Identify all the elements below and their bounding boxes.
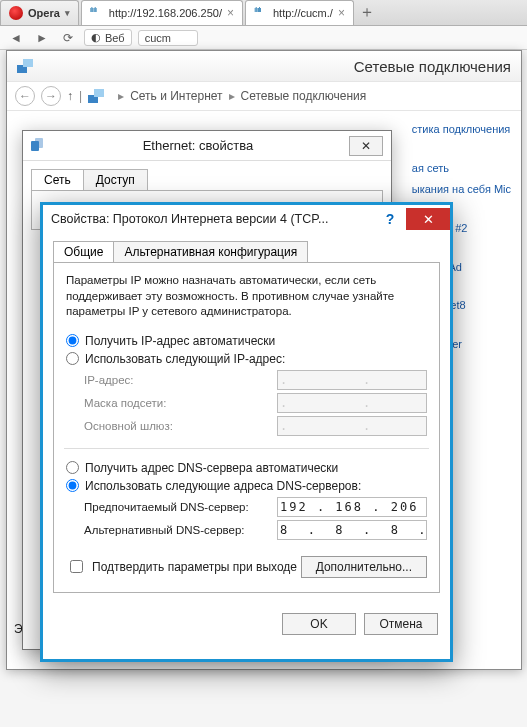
- dialog-buttons: OK Отмена: [43, 603, 450, 645]
- titlebar: Свойства: Протокол Интернета версии 4 (T…: [43, 205, 450, 233]
- web-search-label: Веб: [105, 32, 125, 44]
- separator: [64, 448, 429, 449]
- tab-opera[interactable]: Opera ▾: [0, 0, 79, 25]
- tab-network[interactable]: Сеть: [31, 169, 84, 190]
- tab-1[interactable]: http://192.168.206.250/ ×: [81, 0, 243, 25]
- network-icon: [17, 59, 33, 73]
- bottom-row: Подтвердить параметры при выходе Дополни…: [66, 556, 427, 578]
- ipv4-properties-dialog: Свойства: Протокол Интернета версии 4 (T…: [40, 202, 453, 662]
- tab-label: Opera: [28, 7, 60, 19]
- close-button[interactable]: ✕: [349, 136, 383, 156]
- globe-icon: ◐: [91, 31, 101, 44]
- tab-access[interactable]: Доступ: [83, 169, 148, 190]
- radio-dns-manual[interactable]: Использовать следующие адреса DNS-сервер…: [66, 479, 427, 493]
- titlebar: Ethernet: свойства ✕: [23, 131, 391, 161]
- field-label: IP-адрес:: [84, 374, 134, 386]
- subnet-mask-input: [277, 393, 427, 413]
- radio-input[interactable]: [66, 352, 79, 365]
- field-ip-address: IP-адрес:: [84, 370, 427, 390]
- radio-label: Использовать следующие адреса DNS-сервер…: [85, 479, 361, 493]
- ip-address-input: [277, 370, 427, 390]
- nav-back-button[interactable]: ←: [15, 86, 35, 106]
- ethernet-icon: [31, 138, 47, 154]
- cancel-button[interactable]: Отмена: [364, 613, 438, 635]
- browser-toolbar: ◄ ► ⟳ ◐ Веб cucm: [0, 26, 527, 50]
- field-label: Альтернативный DNS-сервер:: [84, 524, 245, 536]
- close-icon[interactable]: ×: [227, 6, 234, 20]
- radio-input[interactable]: [66, 461, 79, 474]
- dns-alternate-input[interactable]: [277, 520, 427, 540]
- general-panel: Параметры IP можно назначать автоматичес…: [53, 262, 440, 593]
- radio-label: Получить адрес DNS-сервера автоматически: [85, 461, 338, 475]
- tab-general[interactable]: Общие: [53, 241, 114, 262]
- tab-alternative[interactable]: Альтернативная конфигурация: [113, 241, 308, 262]
- browser-tabs: Opera ▾ http://192.168.206.250/ × http:/…: [0, 0, 527, 26]
- window-title: Ethernet: свойства: [47, 138, 349, 153]
- dialog-title: Свойства: Протокол Интернета версии 4 (T…: [51, 212, 374, 226]
- ok-button[interactable]: OK: [282, 613, 356, 635]
- confirm-on-exit-checkbox[interactable]: Подтвердить параметры при выходе: [66, 557, 297, 576]
- field-label: Основной шлюз:: [84, 420, 173, 432]
- nav-forward-button[interactable]: →: [41, 86, 61, 106]
- radio-label: Использовать следующий IP-адрес:: [85, 352, 285, 366]
- titlebar: Сетевые подключения: [7, 51, 521, 81]
- address-text: cucm: [145, 32, 171, 44]
- field-subnet-mask: Маска подсети:: [84, 393, 427, 413]
- new-tab-button[interactable]: ＋: [356, 0, 378, 25]
- web-search-pill[interactable]: ◐ Веб: [84, 29, 132, 46]
- advanced-button[interactable]: Дополнительно...: [301, 556, 427, 578]
- reload-button[interactable]: ⟳: [58, 29, 78, 47]
- network-icon: [88, 89, 104, 103]
- tab-menu-icon[interactable]: ▾: [65, 8, 70, 18]
- field-gateway: Основной шлюз:: [84, 416, 427, 436]
- help-button[interactable]: ?: [374, 208, 406, 230]
- gateway-input: [277, 416, 427, 436]
- radio-label: Получить IP-адрес автоматически: [85, 334, 275, 348]
- breadcrumb-item[interactable]: Сеть и Интернет: [130, 89, 222, 103]
- radio-dns-auto[interactable]: Получить адрес DNS-сервера автоматически: [66, 461, 427, 475]
- radio-input[interactable]: [66, 479, 79, 492]
- checkbox-input[interactable]: [70, 560, 83, 573]
- cisco-icon: [90, 7, 104, 19]
- breadcrumb-item[interactable]: Сетевые подключения: [241, 89, 367, 103]
- description-text: Параметры IP можно назначать автоматичес…: [66, 273, 427, 320]
- dns-preferred-input[interactable]: [277, 497, 427, 517]
- ip-tabs: Общие Альтернативная конфигурация: [43, 233, 450, 262]
- tab-label: http://192.168.206.250/: [109, 7, 222, 19]
- eth-tabs: Сеть Доступ: [23, 161, 391, 190]
- cisco-icon: [254, 7, 268, 19]
- window-title: Сетевые подключения: [354, 58, 511, 75]
- radio-input[interactable]: [66, 334, 79, 347]
- close-button[interactable]: ✕: [406, 208, 450, 230]
- field-label: Маска подсети:: [84, 397, 166, 409]
- radio-ip-auto[interactable]: Получить IP-адрес автоматически: [66, 334, 427, 348]
- field-dns-preferred: Предпочитаемый DNS-сервер:: [84, 497, 427, 517]
- nav-up-icon[interactable]: ↑: [67, 89, 73, 103]
- field-dns-alternate: Альтернативный DNS-сервер:: [84, 520, 427, 540]
- tab-label: http://cucm./: [273, 7, 333, 19]
- checkbox-label: Подтвердить параметры при выходе: [92, 560, 297, 574]
- explorer-nav: ← → ↑ | ▸ Сеть и Интернет ▸ Сетевые подк…: [7, 81, 521, 111]
- forward-button[interactable]: ►: [32, 29, 52, 47]
- field-label: Предпочитаемый DNS-сервер:: [84, 501, 249, 513]
- opera-icon: [9, 6, 23, 20]
- radio-ip-manual[interactable]: Использовать следующий IP-адрес:: [66, 352, 427, 366]
- address-fragment[interactable]: cucm: [138, 30, 198, 46]
- tab-2[interactable]: http://cucm./ ×: [245, 0, 354, 25]
- close-icon[interactable]: ×: [338, 6, 345, 20]
- back-button[interactable]: ◄: [6, 29, 26, 47]
- fragment: стика подключения: [412, 119, 511, 140]
- fragment: ая сеть ыкания на себя Mic: [412, 158, 511, 200]
